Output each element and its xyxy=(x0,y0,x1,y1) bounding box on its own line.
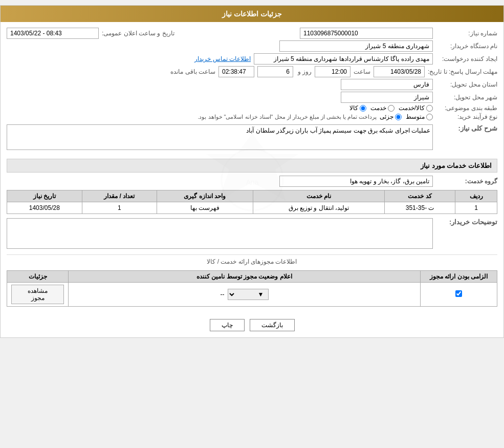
main-content: Ana شماره نیاز: 1103096875000010 تاریخ و… xyxy=(1,22,503,337)
response-remaining-value: 02:38:47 xyxy=(218,66,254,77)
col-mandatory: الزامی بودن ارائه مجوز xyxy=(421,271,497,283)
row-purchase-type: نوع فرآیند خرید: متوسط جزئی پرداخت تمام … xyxy=(7,113,497,120)
date-announce-value: 1403/05/22 - 08:43 xyxy=(7,28,99,39)
buyer-notes-label: توضیحات خریدار: xyxy=(436,218,497,226)
purchase-type-label: نوع فرآیند خرید: xyxy=(436,113,497,120)
col-need-date: تاریخ نیاز xyxy=(7,190,82,202)
services-section: اطلاعات خدمات مورد نیاز گروه خدمت: تامین… xyxy=(1,159,503,254)
col-details: جزئیات xyxy=(7,271,69,283)
supplier-status-value: -- xyxy=(221,291,225,298)
page-title: جزئیات اطلاعات نیاز xyxy=(222,10,282,18)
footer-buttons: بازگشت چاپ xyxy=(1,313,503,337)
cell-need-date: 1403/05/28 xyxy=(7,202,82,214)
permissions-section: اطلاعات مجوزهای ارائه خدمت / کالا الزامی… xyxy=(1,254,503,313)
services-title: اطلاعات خدمات مورد نیاز xyxy=(7,159,497,173)
category-radio-goods[interactable]: کالا xyxy=(349,104,366,112)
col-quantity: تعداد / مقدار xyxy=(82,190,157,202)
service-group-label: گروه خدمت: xyxy=(436,178,497,185)
response-day-value: 6 xyxy=(257,66,293,77)
permission-row: ▼ -- مشاهده مجوز xyxy=(7,283,497,307)
buyer-notes-textarea[interactable] xyxy=(7,218,433,249)
response-remaining-label: ساعت باقی مانده xyxy=(170,68,215,75)
response-time-value: 12:00 xyxy=(315,66,350,77)
page-header: جزئیات اطلاعات نیاز xyxy=(1,6,503,22)
purchase-type-note: پرداخت تمام یا بخشی از مبلغ خریدار از مح… xyxy=(198,114,377,120)
back-button[interactable]: بازگشت xyxy=(250,319,295,331)
row-deadline: مهلت ارسال پاسخ: تا تاریخ: 1403/05/28 سا… xyxy=(7,66,497,77)
col-service-code: کد خدمت xyxy=(384,190,455,202)
date-announce-label: تاریخ و ساعت اعلان عمومی: xyxy=(102,30,174,37)
buyer-org-value: شهرداری منطقه 5 شیراز xyxy=(279,40,433,52)
province-label: استان محل تحویل: xyxy=(436,81,497,88)
response-date-value: 1403/05/28 xyxy=(374,66,425,77)
permissions-table: الزامی بودن ارائه مجوز اعلام وضعیت مجوز … xyxy=(7,270,497,307)
need-number-value: 1103096875000010 xyxy=(300,28,433,39)
response-time-label: ساعت xyxy=(354,68,370,75)
purchase-type-radio1[interactable]: جزئی xyxy=(380,113,402,120)
table-row: 1 ت -35-351 تولید، انتقال و توزیع برق فه… xyxy=(7,202,497,214)
permissions-header-row: اطلاعات مجوزهای ارائه خدمت / کالا xyxy=(7,254,497,268)
row-city: شهر محل تحویل: شیراز xyxy=(7,92,497,103)
cell-unit-measure: فهرست بها xyxy=(157,202,253,214)
cell-quantity: 1 xyxy=(82,202,157,214)
buyer-org-label: نام دستگاه خریدار: xyxy=(436,42,497,50)
row-province: استان محل تحویل: فارس xyxy=(7,79,497,90)
supplier-status-select[interactable]: ▼ xyxy=(228,289,269,300)
print-button[interactable]: چاپ xyxy=(210,319,245,331)
col-service-name: نام خدمت xyxy=(253,190,384,202)
category-radio-service[interactable]: خدمت xyxy=(370,104,395,112)
view-permission-button[interactable]: مشاهده مجوز xyxy=(11,285,64,304)
service-group-value: تامین برق، گاز، بخار و تهویه هوا xyxy=(279,176,433,187)
row-buyer-notes: توضیحات خریدار: xyxy=(7,218,497,249)
response-day-label: روز و xyxy=(296,68,312,75)
response-deadline-label: مهلت ارسال پاسخ: تا تاریخ: xyxy=(428,68,497,75)
city-label: شهر محل تحویل: xyxy=(436,94,497,101)
creator-label: ایجاد کننده درخواست: xyxy=(436,55,497,62)
row-category: طبقه بندی موضوعی: کالا/خدمت خدمت کالا xyxy=(7,104,497,112)
page-wrapper: جزئیات اطلاعات نیاز Ana شماره نیاز: 1103… xyxy=(0,5,504,338)
row-creator: ایجاد کننده درخواست: مهدی رادده پاگا کار… xyxy=(7,53,497,65)
col-supplier-status: اعلام وضعیت مجوز توسط نامین کننده xyxy=(69,271,421,283)
category-radio-group: کالا/خدمت خدمت کالا xyxy=(349,104,433,112)
creator-contact-link[interactable]: اطلاعات تماس خریدار xyxy=(194,55,251,62)
purchase-type-radio-group: متوسط جزئی xyxy=(380,113,433,120)
city-value: شیراز xyxy=(341,92,433,103)
description-label: شرح کلی نیاز: xyxy=(436,124,497,132)
cell-service-name: تولید، انتقال و توزیع برق xyxy=(253,202,384,214)
creator-value: مهدی رادده پاگا کارشناس قراردادها شهردار… xyxy=(254,53,433,65)
permissions-title: اطلاعات مجوزهای ارائه خدمت / کالا xyxy=(207,258,297,265)
row-need-number: شماره نیاز: 1103096875000010 تاریخ و ساع… xyxy=(7,28,497,39)
mandatory-checkbox[interactable] xyxy=(455,290,462,297)
col-unit-measure: واحد اندازه گیری xyxy=(157,190,253,202)
category-label: طبقه بندی موضوعی: xyxy=(436,104,497,112)
category-radio-goods-service[interactable]: کالا/خدمت xyxy=(399,104,433,112)
col-row-num: ردیف xyxy=(455,190,497,202)
services-table: ردیف کد خدمت نام خدمت واحد اندازه گیری ت… xyxy=(7,190,497,214)
row-description: شرح کلی نیاز: xyxy=(7,124,497,150)
cell-row-num: 1 xyxy=(455,202,497,214)
description-textarea[interactable] xyxy=(7,124,433,150)
row-service-group: گروه خدمت: تامین برق، گاز، بخار و تهویه … xyxy=(7,176,497,187)
cell-service-code: ت -35-351 xyxy=(384,202,455,214)
purchase-type-radio2[interactable]: متوسط xyxy=(406,113,433,120)
need-number-label: شماره نیاز: xyxy=(436,30,497,37)
row-buyer-org: نام دستگاه خریدار: شهرداری منطقه 5 شیراز xyxy=(7,40,497,52)
mandatory-checkbox-cell xyxy=(455,290,462,297)
province-value: فارس xyxy=(341,79,433,90)
